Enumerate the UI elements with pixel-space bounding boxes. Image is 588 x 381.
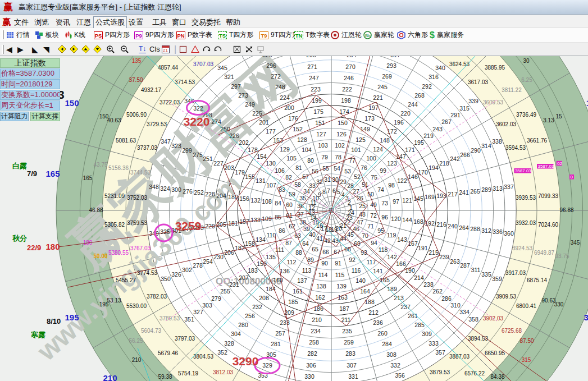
svg-text:356: 356 [395, 372, 405, 379]
svg-text:291: 291 [450, 112, 461, 118]
svg-text:3909.53: 3909.53 [496, 293, 517, 300]
svg-text:124: 124 [373, 146, 383, 153]
svg-text:307: 307 [347, 362, 357, 369]
svg-text:266: 266 [460, 152, 470, 158]
svg-text:31: 31 [324, 176, 331, 183]
svg-text:244: 244 [408, 101, 418, 108]
svg-text:60: 60 [286, 201, 293, 208]
svg-text:48: 48 [359, 211, 366, 218]
svg-text:7: 7 [327, 187, 330, 194]
svg-text:323: 323 [171, 143, 181, 149]
svg-text:316: 316 [429, 74, 439, 80]
svg-text:6650.95: 6650.95 [485, 350, 505, 356]
svg-text:183: 183 [248, 267, 258, 274]
svg-text:6949.87: 6949.87 [534, 250, 555, 256]
svg-text:140: 140 [355, 277, 366, 284]
svg-text:白露: 白露 [12, 162, 27, 170]
svg-text:180: 180 [45, 242, 60, 251]
svg-text:238: 238 [423, 281, 434, 288]
svg-text:8/10: 8/10 [47, 317, 61, 325]
svg-text:264: 264 [459, 224, 469, 231]
svg-text:53.13: 53.13 [107, 297, 121, 304]
svg-text:秋分: 秋分 [12, 234, 28, 242]
svg-text:103: 103 [318, 142, 328, 149]
svg-text:242: 242 [450, 155, 460, 162]
svg-text:227: 227 [213, 160, 224, 167]
svg-text:33: 33 [309, 182, 316, 189]
svg-text:204: 204 [216, 192, 226, 199]
svg-text:340: 340 [435, 65, 445, 71]
svg-text:135: 135 [266, 254, 276, 260]
svg-text:231: 231 [229, 281, 239, 288]
svg-text:152: 152 [293, 126, 303, 132]
svg-text:190: 190 [405, 267, 415, 274]
svg-text:63: 63 [294, 232, 301, 239]
svg-text:29: 29 [340, 178, 347, 185]
svg-text:128: 128 [297, 136, 307, 143]
svg-text:357: 357 [435, 349, 445, 356]
svg-text:70: 70 [362, 232, 368, 239]
svg-text:5231.09: 5231.09 [104, 193, 125, 199]
svg-text:3220: 3220 [184, 115, 210, 128]
svg-text:300: 300 [171, 186, 181, 193]
svg-text:311: 311 [471, 267, 481, 273]
svg-text:110: 110 [267, 232, 276, 238]
svg-text:347: 347 [161, 138, 171, 145]
svg-text:207: 207 [239, 274, 249, 281]
svg-text:330: 330 [554, 301, 564, 307]
svg-text:3624.53: 3624.53 [449, 61, 470, 67]
svg-text:146: 146 [408, 173, 418, 180]
svg-text:245: 245 [377, 84, 388, 90]
svg-text:127: 127 [316, 131, 326, 137]
svg-text:218: 218 [439, 160, 449, 167]
svg-text:24: 24 [348, 209, 354, 216]
svg-text:267: 267 [441, 118, 452, 125]
svg-text:350: 350 [161, 276, 171, 282]
svg-text:7024.60: 7024.60 [538, 222, 559, 228]
svg-text:243: 243 [432, 126, 443, 132]
svg-text:289: 289 [481, 186, 491, 193]
svg-text:3759.53: 3759.53 [127, 220, 148, 226]
svg-text:351: 351 [184, 316, 194, 323]
svg-text:7099.33: 7099.33 [538, 193, 559, 199]
svg-text:02: 02 [557, 161, 562, 166]
svg-text:269: 269 [382, 73, 392, 80]
svg-text:3290: 3290 [233, 355, 259, 368]
svg-text:40.63: 40.63 [107, 117, 121, 123]
svg-text:169: 169 [425, 194, 435, 200]
svg-text:104: 104 [302, 146, 312, 153]
svg-text:321: 321 [224, 74, 234, 80]
svg-text:6.25: 6.25 [521, 77, 532, 83]
svg-text:285: 285 [414, 322, 425, 328]
svg-text:167: 167 [408, 240, 418, 247]
svg-text:80: 80 [307, 157, 314, 164]
svg-text:30: 30 [523, 58, 530, 64]
svg-text:112: 112 [287, 259, 297, 265]
svg-text:324: 324 [160, 185, 170, 192]
svg-text:138: 138 [316, 283, 326, 290]
svg-text:143: 143 [397, 236, 407, 243]
svg-text:8: 8 [322, 189, 326, 195]
svg-text:295: 295 [306, 56, 316, 58]
svg-text:137: 137 [297, 277, 307, 284]
svg-text:235: 235 [342, 328, 352, 334]
svg-text:256: 256 [245, 313, 255, 319]
svg-text:150: 150 [99, 113, 109, 120]
svg-text:82: 82 [285, 174, 292, 181]
svg-text:223: 223 [311, 86, 321, 93]
svg-text:210: 210 [132, 357, 142, 363]
svg-text:3736.49: 3736.49 [516, 112, 537, 118]
svg-text:5: 5 [337, 189, 340, 195]
svg-text:72: 72 [370, 212, 377, 219]
svg-text:6725.68: 6725.68 [502, 328, 522, 334]
svg-text:337: 337 [504, 183, 514, 190]
svg-text:345: 345 [217, 65, 227, 71]
svg-text:326: 326 [171, 271, 181, 278]
svg-text:332: 332 [390, 362, 400, 369]
svg-text:276: 276 [183, 188, 193, 195]
svg-text:194: 194 [429, 164, 439, 171]
svg-text:170: 170 [418, 169, 428, 176]
svg-text:360: 360 [504, 230, 514, 237]
svg-text:123: 123 [387, 160, 397, 167]
svg-text:135: 135 [132, 58, 142, 64]
